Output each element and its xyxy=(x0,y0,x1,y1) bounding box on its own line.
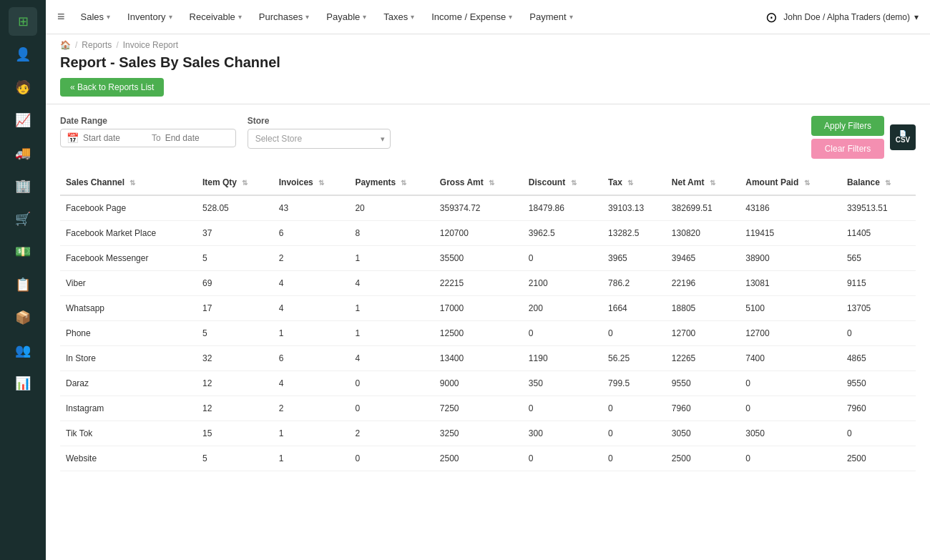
table-cell-payments[interactable]: 4 xyxy=(349,271,434,296)
table-cell-discount: 1190 xyxy=(523,346,602,371)
table-cell-amount_paid[interactable]: 13081 xyxy=(740,271,841,296)
truck-icon[interactable]: 🚚 xyxy=(9,139,37,167)
dashboard-icon[interactable]: ⊞ xyxy=(9,7,37,36)
col-sales-channel[interactable]: Sales Channel ⇅ xyxy=(60,170,197,195)
table-cell-invoices[interactable]: 43 xyxy=(273,195,350,221)
table-cell-amount_paid[interactable]: 38900 xyxy=(740,246,841,271)
table-cell-gross_amt: 9000 xyxy=(434,371,523,396)
table-body: Facebook Page528.054320359374.7218479.86… xyxy=(60,195,916,471)
clear-filters-button[interactable]: Clear Filters xyxy=(811,139,884,159)
table-row: Phone511125000012700127000 xyxy=(60,321,916,346)
money-icon[interactable]: 💵 xyxy=(9,237,37,266)
nav-inventory[interactable]: Inventory ▾ xyxy=(120,7,179,26)
table-cell-tax: 0 xyxy=(602,396,666,421)
sidebar: ⊞ 👤 🧑 📈 🚚 🏢 🛒 💵 📋 📦 👥 📊 xyxy=(0,0,46,560)
box-icon[interactable]: 📦 xyxy=(9,303,37,332)
table-cell-sales_channel[interactable]: Daraz xyxy=(60,371,197,396)
table-cell-invoices[interactable]: 1 xyxy=(273,321,350,346)
col-amount-paid[interactable]: Amount Paid ⇅ xyxy=(740,170,841,195)
table-cell-payments[interactable]: 20 xyxy=(349,195,434,221)
table-cell-invoices[interactable]: 1 xyxy=(273,421,350,446)
store-select[interactable]: Select Store xyxy=(248,129,391,149)
table-cell-payments[interactable]: 1 xyxy=(349,246,434,271)
table-cell-amount_paid[interactable]: 5100 xyxy=(740,296,841,321)
hamburger-icon[interactable]: ≡ xyxy=(57,9,65,24)
table-cell-discount: 2100 xyxy=(523,271,602,296)
nav-receivable[interactable]: Receivable ▾ xyxy=(182,7,249,26)
table-cell-invoices[interactable]: 4 xyxy=(273,296,350,321)
table-cell-gross_amt: 12500 xyxy=(434,321,523,346)
table-cell-payments[interactable]: 2 xyxy=(349,421,434,446)
col-discount[interactable]: Discount ⇅ xyxy=(523,170,602,195)
table-cell-invoices[interactable]: 2 xyxy=(273,396,350,421)
table-cell-tax: 3965 xyxy=(602,246,666,271)
col-net-amt[interactable]: Net Amt ⇅ xyxy=(666,170,740,195)
table-cell-sales_channel[interactable]: In Store xyxy=(60,346,197,371)
table-cell-invoices[interactable]: 4 xyxy=(273,271,350,296)
table-cell-discount: 0 xyxy=(523,246,602,271)
report-icon[interactable]: 📊 xyxy=(9,369,37,398)
table-cell-net_amt: 9550 xyxy=(666,371,740,396)
content-area: Date Range 📅 To Store Select Store ▾ xyxy=(46,104,930,560)
nav-taxes[interactable]: Taxes ▾ xyxy=(376,7,421,26)
table-cell-invoices[interactable]: 6 xyxy=(273,221,350,246)
end-date-input[interactable] xyxy=(165,133,230,143)
table-cell-net_amt: 12700 xyxy=(666,321,740,346)
table-cell-amount_paid[interactable]: 12700 xyxy=(740,321,841,346)
nav-payment[interactable]: Payment ▾ xyxy=(522,7,579,26)
col-payments[interactable]: Payments ⇅ xyxy=(349,170,434,195)
nav-payable[interactable]: Payable ▾ xyxy=(319,7,373,26)
nav-income-expense[interactable]: Income / Expense ▾ xyxy=(424,7,519,26)
table-cell-item_qty: 17 xyxy=(197,296,273,321)
back-to-reports-button[interactable]: « Back to Reports List xyxy=(60,78,164,97)
table-cell-balance: 13705 xyxy=(841,296,916,321)
table-cell-invoices[interactable]: 4 xyxy=(273,371,350,396)
table-cell-payments[interactable]: 4 xyxy=(349,346,434,371)
chevron-down-icon: ▾ xyxy=(363,13,366,21)
table-cell-discount: 0 xyxy=(523,396,602,421)
table-cell-amount_paid[interactable]: 119415 xyxy=(740,221,841,246)
user-menu[interactable]: John Doe / Alpha Traders (demo) ▾ xyxy=(783,12,919,22)
table-cell-sales_channel[interactable]: Facebook Messenger xyxy=(60,246,197,271)
col-invoices[interactable]: Invoices ⇅ xyxy=(273,170,350,195)
table-cell-payments[interactable]: 1 xyxy=(349,321,434,346)
start-date-input[interactable] xyxy=(83,133,147,143)
table-cell-balance: 0 xyxy=(841,321,916,346)
table-cell-amount_paid[interactable]: 7400 xyxy=(740,346,841,371)
table-cell-sales_channel[interactable]: Instagram xyxy=(60,396,197,421)
apply-filters-button[interactable]: Apply Filters xyxy=(811,116,884,136)
table-cell-invoices[interactable]: 2 xyxy=(273,246,350,271)
home-icon[interactable]: 🏠 xyxy=(60,40,71,50)
table-cell-amount_paid[interactable]: 43186 xyxy=(740,195,841,221)
col-balance[interactable]: Balance ⇅ xyxy=(841,170,916,195)
table-cell-invoices[interactable]: 6 xyxy=(273,346,350,371)
csv-export-button[interactable]: 📄 CSV xyxy=(890,124,916,150)
table-cell-invoices[interactable]: 1 xyxy=(273,446,350,471)
col-tax[interactable]: Tax ⇅ xyxy=(602,170,666,195)
table-cell-sales_channel[interactable]: Facebook Market Place xyxy=(60,221,197,246)
date-range-input[interactable]: 📅 To xyxy=(60,129,236,147)
users-icon[interactable]: 👤 xyxy=(9,40,37,69)
table-cell-sales_channel[interactable]: Website xyxy=(60,446,197,471)
basket-icon[interactable]: 🛒 xyxy=(9,205,37,233)
table-cell-sales_channel[interactable]: Viber xyxy=(60,271,197,296)
chevron-down-icon: ▾ xyxy=(238,13,242,21)
table-cell-payments[interactable]: 8 xyxy=(349,221,434,246)
list-icon[interactable]: 📋 xyxy=(9,270,37,299)
col-item-qty[interactable]: Item Qty ⇅ xyxy=(197,170,273,195)
table-cell-sales_channel[interactable]: Tik Tok xyxy=(60,421,197,446)
table-cell-amount_paid[interactable]: 3050 xyxy=(740,421,841,446)
group-icon[interactable]: 👥 xyxy=(9,336,37,365)
person-icon[interactable]: 🧑 xyxy=(9,73,37,102)
chart-icon[interactable]: 📈 xyxy=(9,106,37,134)
building-icon[interactable]: 🏢 xyxy=(9,172,37,200)
topnav-right: ⊙ John Doe / Alpha Traders (demo) ▾ xyxy=(765,9,919,26)
table-cell-sales_channel[interactable]: Whatsapp xyxy=(60,296,197,321)
col-gross-amt[interactable]: Gross Amt ⇅ xyxy=(434,170,523,195)
breadcrumb-reports[interactable]: Reports xyxy=(82,40,112,50)
table-cell-sales_channel[interactable]: Facebook Page xyxy=(60,195,197,221)
nav-purchases[interactable]: Purchases ▾ xyxy=(252,7,316,26)
table-cell-sales_channel[interactable]: Phone xyxy=(60,321,197,346)
table-cell-payments[interactable]: 1 xyxy=(349,296,434,321)
nav-sales[interactable]: Sales ▾ xyxy=(74,7,118,26)
